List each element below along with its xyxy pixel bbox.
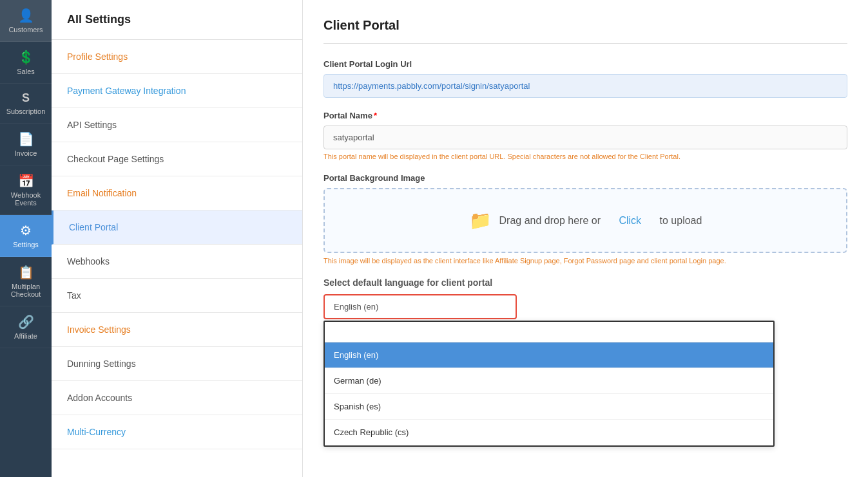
portal-name-label: Portal Name* <box>323 111 847 120</box>
settings-item-checkout[interactable]: Checkout Page Settings <box>52 142 302 176</box>
language-option-cs[interactable]: Czech Republic (cs) <box>325 420 773 445</box>
upload-hint: This image will be displayed as the clie… <box>323 257 847 265</box>
sidebar-item-customers[interactable]: 👤 Customers <box>0 0 52 42</box>
upload-icon: 📁 <box>469 210 492 231</box>
sidebar: 👤 Customers 💲 Sales S Subscription 📄 Inv… <box>0 0 52 477</box>
settings-item-email-notification[interactable]: Email Notification <box>52 176 302 210</box>
settings-item-multi-currency[interactable]: Multi-Currency <box>52 415 302 449</box>
portal-bg-label: Portal Background Image <box>323 173 847 183</box>
portal-bg-section: Portal Background Image 📁 Drag and drop … <box>323 173 847 265</box>
settings-item-addon-accounts[interactable]: Addon Accounts <box>52 381 302 415</box>
invoice-icon: 📄 <box>18 131 34 147</box>
sidebar-item-invoice[interactable]: 📄 Invoice <box>0 124 52 165</box>
sidebar-item-sales[interactable]: 💲 Sales <box>0 42 52 84</box>
settings-item-client-portal[interactable]: Client Portal <box>52 210 302 245</box>
settings-item-payment-gateway[interactable]: Payment Gateway Integration <box>52 74 302 108</box>
settings-item-dunning[interactable]: Dunning Settings <box>52 347 302 381</box>
language-option-en[interactable]: English (en) <box>325 342 773 368</box>
required-star: * <box>374 111 377 120</box>
language-section: Select default language for client porta… <box>323 277 847 447</box>
login-url-value: https://payments.pabbly.com/portal/signi… <box>323 74 847 98</box>
upload-area[interactable]: 📁 Drag and drop here or Click to upload <box>323 188 847 253</box>
settings-item-tax[interactable]: Tax <box>52 279 302 313</box>
main-content: All Settings Profile Settings Payment Ga… <box>52 0 868 477</box>
affiliate-icon: 🔗 <box>18 314 34 330</box>
settings-icon: ⚙ <box>20 223 32 238</box>
language-search-input[interactable] <box>325 322 773 342</box>
language-selected-display[interactable]: English (en) <box>323 294 517 319</box>
language-option-es[interactable]: Spanish (es) <box>325 394 773 420</box>
settings-list-title: All Settings <box>52 0 302 40</box>
sidebar-item-settings[interactable]: ⚙ Settings <box>0 215 52 257</box>
sidebar-item-webhook-events[interactable]: 📅 Webhook Events <box>0 165 52 215</box>
language-option-de[interactable]: German (de) <box>325 368 773 394</box>
portal-name-section: Portal Name* This portal name will be di… <box>323 111 847 160</box>
settings-list-panel: All Settings Profile Settings Payment Ga… <box>52 0 303 477</box>
login-url-section: Client Portal Login Url https://payments… <box>323 59 847 98</box>
upload-click-link[interactable]: Click <box>619 215 641 227</box>
settings-item-profile[interactable]: Profile Settings <box>52 40 302 74</box>
language-dropdown: English (en) German (de) Spanish (es) Cz… <box>323 321 775 447</box>
webhook-icon: 📅 <box>18 173 34 189</box>
settings-item-api[interactable]: API Settings <box>52 108 302 142</box>
upload-text: Drag and drop here or <box>499 215 601 227</box>
multiplan-icon: 📋 <box>18 265 34 280</box>
sidebar-item-multiplan-checkout[interactable]: 📋 Multiplan Checkout <box>0 257 52 306</box>
customers-icon: 👤 <box>18 8 34 23</box>
portal-name-hint: This portal name will be displayed in th… <box>323 153 847 160</box>
portal-name-input[interactable] <box>323 126 847 149</box>
upload-text2: to upload <box>660 215 702 227</box>
sales-icon: 💲 <box>18 50 34 65</box>
subscription-icon: S <box>22 91 30 105</box>
sidebar-item-subscription[interactable]: S Subscription <box>0 84 52 124</box>
detail-title: Client Portal <box>323 18 847 44</box>
settings-item-webhooks[interactable]: Webhooks <box>52 245 302 279</box>
sidebar-item-affiliate[interactable]: 🔗 Affiliate <box>0 306 52 348</box>
detail-panel: Client Portal Client Portal Login Url ht… <box>303 0 868 477</box>
settings-item-invoice-settings[interactable]: Invoice Settings <box>52 313 302 347</box>
language-section-label: Select default language for client porta… <box>323 277 847 288</box>
login-url-label: Client Portal Login Url <box>323 59 847 69</box>
